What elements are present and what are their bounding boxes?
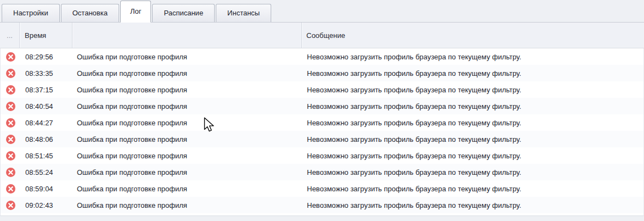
message-cell: Невозможно загрузить профиль браузера по… [303, 201, 643, 209]
table-row[interactable]: 08:40:54Ошибка при подготовке профиляНев… [1, 98, 643, 114]
table-row[interactable]: 08:48:06Ошибка при подготовке профиляНев… [1, 131, 643, 147]
tab-stop[interactable]: Остановка [61, 4, 119, 22]
log-panel: НастройкиОстановкаЛогРасписаниеИнстансы … [0, 0, 644, 221]
time-cell: 08:59:04 [20, 185, 73, 193]
message-cell: Невозможно загрузить профиль браузера по… [303, 102, 643, 110]
table-row[interactable]: 08:55:24Ошибка при подготовке профиляНев… [1, 164, 643, 180]
error-icon [1, 52, 20, 62]
log-table-body: 08:29:56Ошибка при подготовке профиляНев… [0, 48, 644, 216]
error-icon [1, 85, 20, 95]
column-header-icon[interactable]: ... [0, 23, 20, 48]
error-icon [1, 102, 20, 111]
message-cell: Невозможно загрузить профиль браузера по… [303, 119, 643, 127]
message-cell: Невозможно загрузить профиль браузера по… [303, 69, 643, 78]
error-icon [1, 184, 20, 194]
event-cell: Ошибка при подготовке профиля [73, 201, 303, 209]
message-cell: Невозможно загрузить профиль браузера по… [303, 135, 643, 143]
table-row[interactable]: 08:59:04Ошибка при подготовке профиляНев… [1, 180, 643, 197]
time-cell: 09:02:43 [20, 201, 73, 209]
time-cell: 08:29:56 [20, 53, 73, 61]
event-cell: Ошибка при подготовке профиля [73, 119, 303, 127]
error-icon [1, 69, 20, 78]
message-cell: Невозможно загрузить профиль браузера по… [303, 185, 643, 193]
error-icon [1, 118, 20, 128]
tab-settings[interactable]: Настройки [2, 4, 60, 22]
message-cell: Невозможно загрузить профиль браузера по… [303, 86, 643, 94]
table-row[interactable]: 08:29:56Ошибка при подготовке профиляНев… [1, 48, 643, 65]
event-cell: Ошибка при подготовке профиля [73, 69, 303, 78]
tab-schedule[interactable]: Расписание [152, 4, 215, 22]
time-cell: 08:37:15 [20, 86, 73, 94]
event-cell: Ошибка при подготовке профиля [73, 102, 303, 110]
table-row[interactable]: 08:44:27Ошибка при подготовке профиляНев… [1, 114, 643, 131]
time-cell: 08:51:45 [20, 152, 73, 160]
column-header-time[interactable]: Время [20, 23, 72, 48]
event-cell: Ошибка при подготовке профиля [73, 135, 303, 143]
message-cell: Невозможно загрузить профиль браузера по… [303, 152, 643, 160]
time-cell: 08:55:24 [20, 168, 73, 176]
time-cell: 08:40:54 [20, 102, 73, 110]
event-cell: Ошибка при подготовке профиля [73, 152, 303, 160]
tab-log[interactable]: Лог [120, 1, 152, 23]
time-cell: 08:48:06 [20, 135, 73, 143]
column-header-event[interactable] [72, 23, 302, 48]
tab-instances[interactable]: Инстансы [216, 4, 271, 22]
message-cell: Невозможно загрузить профиль браузера по… [303, 53, 643, 61]
error-icon [1, 168, 20, 177]
table-row[interactable]: 08:51:45Ошибка при подготовке профиляНев… [1, 147, 643, 164]
message-cell: Невозможно загрузить профиль браузера по… [303, 168, 643, 176]
error-icon [1, 151, 20, 161]
column-header-message[interactable]: Сообщение [302, 23, 644, 48]
log-table-header: ... Время Сообщение [0, 23, 644, 48]
error-icon [1, 201, 20, 210]
event-cell: Ошибка при подготовке профиля [73, 53, 303, 61]
event-cell: Ошибка при подготовке профиля [73, 168, 303, 176]
tab-bar: НастройкиОстановкаЛогРасписаниеИнстансы [0, 0, 644, 23]
table-row[interactable]: 08:33:35Ошибка при подготовке профиляНев… [1, 65, 643, 81]
error-icon [1, 135, 20, 144]
event-cell: Ошибка при подготовке профиля [73, 185, 303, 193]
time-cell: 08:33:35 [20, 69, 73, 78]
table-row[interactable]: 08:37:15Ошибка при подготовке профиляНев… [1, 81, 643, 98]
table-row[interactable]: 09:02:43Ошибка при подготовке профиляНев… [1, 197, 643, 213]
time-cell: 08:44:27 [20, 119, 73, 127]
event-cell: Ошибка при подготовке профиля [73, 86, 303, 94]
